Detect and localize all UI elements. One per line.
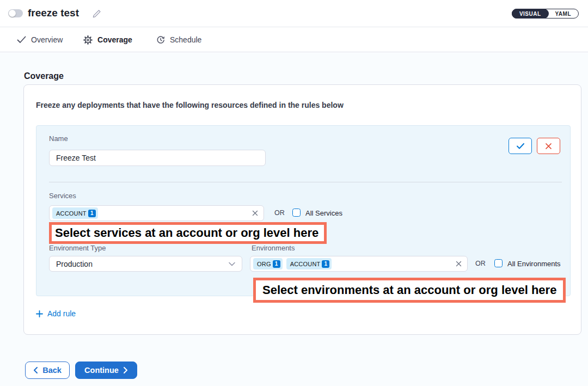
add-rule-label: Add rule [47, 309, 76, 318]
environment-tag-org[interactable]: ORG 1 [253, 258, 283, 269]
schedule-icon [156, 35, 165, 44]
freeze-toggle[interactable] [8, 9, 23, 17]
back-button[interactable]: Back [25, 362, 70, 379]
tag-count-badge: 1 [322, 260, 329, 268]
tab-coverage-label: Coverage [97, 35, 132, 44]
clear-environments-icon[interactable] [456, 261, 462, 267]
annotation-environments: Select environments at an account or org… [253, 278, 566, 303]
delete-rule-button[interactable] [537, 138, 560, 154]
environment-tag-account[interactable]: ACCOUNT 1 [286, 258, 332, 269]
footer-buttons: Back Continue [25, 362, 137, 379]
tab-schedule-label: Schedule [170, 35, 201, 44]
environment-type-label: Environment Type [49, 244, 106, 252]
name-input[interactable] [49, 150, 266, 166]
environment-type-select[interactable]: Production [49, 256, 242, 272]
environments-input[interactable]: ORG 1 ACCOUNT 1 [250, 256, 468, 272]
all-services-label: All Services [305, 209, 342, 217]
coverage-page: Coverage Freeze any deployments that hav… [0, 53, 588, 386]
tag-label: ACCOUNT [290, 261, 321, 267]
services-label: Services [49, 192, 76, 200]
chevron-down-icon [229, 262, 235, 266]
plus-icon [36, 310, 43, 317]
back-button-label: Back [42, 366, 62, 375]
tag-count-badge: 1 [88, 210, 96, 217]
rule-actions [509, 138, 560, 154]
check-icon [17, 36, 26, 44]
environments-label: Environments [252, 244, 295, 252]
services-input[interactable]: ACCOUNT 1 [49, 205, 264, 221]
view-mode-switch: VISUAL YAML [512, 9, 579, 19]
close-icon [546, 143, 552, 149]
rule-intro: Freeze any deployments that have the fol… [36, 101, 344, 109]
visual-mode-button[interactable]: VISUAL [512, 9, 549, 19]
annotation-services: Select services at an account or org lev… [49, 222, 327, 244]
check-icon [517, 143, 524, 149]
toggle-knob [9, 10, 16, 17]
all-environments-checkbox[interactable] [494, 259, 503, 267]
tab-overview-label: Overview [31, 35, 63, 44]
header: freeze test VISUAL YAML [0, 0, 588, 27]
services-or-label: OR [274, 209, 285, 217]
clear-services-icon[interactable] [252, 210, 258, 216]
add-rule-button[interactable]: Add rule [36, 309, 76, 318]
coverage-card: Freeze any deployments that have the fol… [23, 84, 581, 335]
yaml-mode-button[interactable]: YAML [548, 9, 578, 18]
edit-pencil-icon[interactable] [92, 9, 102, 19]
environments-or-label: OR [475, 260, 486, 267]
gear-icon [83, 35, 93, 45]
chevron-right-icon [124, 367, 128, 373]
environment-type-value: Production [56, 260, 93, 268]
name-label: Name [49, 134, 68, 143]
tag-label: ORG [257, 261, 271, 267]
page-title: freeze test [28, 7, 79, 19]
all-environments-label: All Environments [507, 260, 561, 268]
tab-bar: Overview Coverage Schedule [0, 27, 588, 52]
confirm-rule-button[interactable] [509, 138, 532, 154]
rule-divider [49, 182, 562, 182]
page-heading: Coverage [24, 71, 64, 81]
chevron-left-icon [33, 367, 38, 373]
rule-panel: Name Services ACCOUNT 1 [36, 125, 571, 296]
continue-button-label: Continue [84, 366, 119, 375]
tag-label: ACCOUNT [56, 210, 87, 217]
service-tag-account[interactable]: ACCOUNT 1 [52, 207, 98, 219]
all-services-checkbox[interactable] [292, 209, 301, 217]
tab-overview[interactable]: Overview [17, 27, 63, 52]
tag-count-badge: 1 [273, 260, 280, 268]
continue-button[interactable]: Continue [75, 362, 137, 379]
tab-coverage[interactable]: Coverage [74, 27, 142, 52]
tab-schedule[interactable]: Schedule [156, 27, 201, 52]
